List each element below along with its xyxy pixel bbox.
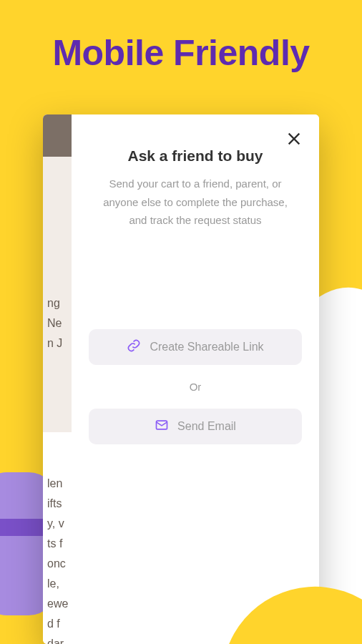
modal-title: Ask a friend to buy	[89, 147, 302, 165]
or-separator: Or	[89, 381, 302, 393]
modal-description: Send your cart to a friend, parent, or a…	[89, 175, 302, 230]
ask-friend-modal: Ask a friend to buy Send your cart to a …	[72, 114, 319, 644]
hero-title: Mobile Friendly	[0, 0, 362, 74]
page-underlay-text: ng Ne n J len ifts y, v ts f onc le, ewe…	[43, 114, 72, 644]
close-icon	[286, 131, 302, 149]
link-icon	[127, 338, 141, 356]
modal-actions: Create Shareable Link Or Send Email	[89, 329, 302, 444]
send-email-button[interactable]: Send Email	[89, 409, 302, 444]
close-button[interactable]	[283, 129, 305, 150]
device-screenshot: ng Ne n J len ifts y, v ts f onc le, ewe…	[43, 114, 319, 644]
create-shareable-link-button[interactable]: Create Shareable Link	[89, 329, 302, 365]
create-link-label: Create Shareable Link	[150, 341, 263, 353]
send-email-label: Send Email	[177, 420, 236, 433]
email-icon	[155, 418, 169, 435]
